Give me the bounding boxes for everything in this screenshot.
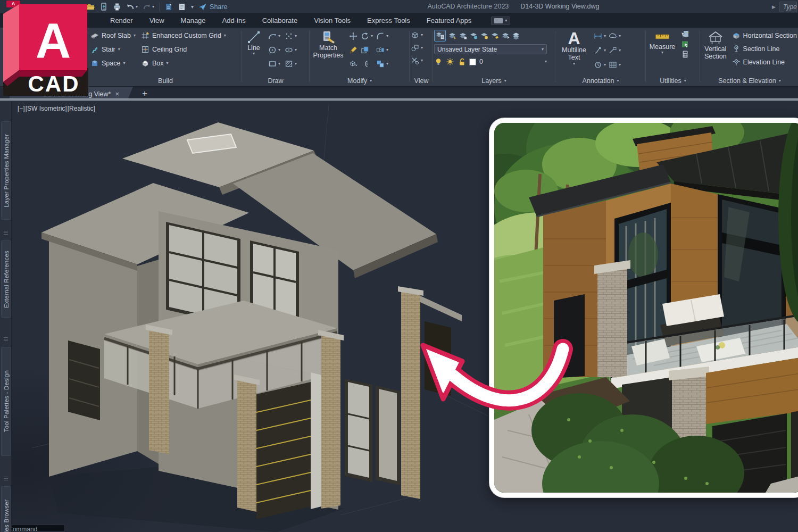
copy-button[interactable]	[361, 44, 373, 56]
tab-manage[interactable]: Manage	[181, 16, 206, 24]
stair-button[interactable]: Stair▾	[90, 43, 136, 56]
mirror-button[interactable]: ▾	[376, 44, 388, 56]
paste-special-icon[interactable]	[681, 30, 689, 38]
palette-grip[interactable]	[4, 337, 8, 343]
multileader-button[interactable]: ▾	[609, 44, 621, 57]
explode-button[interactable]	[349, 57, 358, 70]
layer-bulb-on-icon[interactable]	[434, 57, 443, 66]
layer-merge-icon[interactable]	[512, 31, 520, 40]
sidebar-tab-external-references[interactable]: External References	[1, 240, 11, 318]
layer-state-dropdown[interactable]: Unsaved Layer State▾	[434, 44, 547, 54]
layer-isolate-icon[interactable]	[459, 31, 467, 40]
hatch-button[interactable]: ▾	[285, 57, 297, 70]
section-line-button[interactable]: Section Line	[732, 42, 797, 55]
layer-unlock-icon[interactable]	[458, 57, 466, 66]
palette-grip[interactable]	[4, 231, 8, 236]
box-button[interactable]: Box▾	[141, 56, 226, 70]
layer-color-swatch[interactable]	[469, 59, 476, 65]
enhanced-custom-grid-button[interactable]: Enhanced Custom Grid▾	[141, 29, 226, 43]
layer-lock-fade-icon[interactable]	[491, 31, 499, 40]
revision-cloud-button[interactable]: ▾	[609, 30, 621, 43]
panel-utilities-caption[interactable]: Utilities	[660, 77, 681, 85]
tab-express-tools[interactable]: Express Tools	[367, 16, 410, 24]
search-input[interactable]: Type	[779, 2, 797, 12]
panel-section-caption[interactable]: Section & Elevation	[718, 77, 776, 85]
ellipse-button[interactable]: ▾	[285, 44, 297, 56]
tab-featured-apps[interactable]: Featured Apps	[427, 16, 472, 24]
drawing-viewport[interactable]: [−] [SW Isometric] [Realistic]	[0, 101, 798, 532]
palette-grip[interactable]	[4, 477, 8, 482]
layer-walk-icon[interactable]	[501, 31, 510, 40]
tab-render[interactable]: Render	[110, 16, 133, 24]
ceiling-grid-button[interactable]: Ceiling Grid	[141, 43, 226, 56]
close-tab-icon[interactable]: ×	[115, 90, 119, 98]
panel-view-caption[interactable]: View	[414, 77, 429, 85]
sheet-set-button[interactable]	[164, 3, 173, 11]
view-section-button[interactable]: ▾	[411, 54, 432, 67]
sidebar-tab-layer-properties-manager[interactable]: Layer Properties Manager	[1, 121, 11, 220]
view-cube-button[interactable]: ▾	[411, 29, 432, 41]
tab-vision-tools[interactable]: Vision Tools	[314, 16, 351, 24]
layer-freeze-icon[interactable]	[469, 31, 478, 40]
quick-calc-icon[interactable]	[681, 50, 689, 59]
ribbon-display-toggle[interactable]: ▾	[491, 16, 510, 25]
panel-annotation-caption[interactable]: Annotation	[583, 77, 614, 85]
offset-button[interactable]	[361, 57, 373, 70]
leader-button[interactable]: ▾	[594, 44, 606, 57]
layer-sun-icon[interactable]	[446, 57, 454, 66]
panel-build-caption[interactable]: Build	[158, 77, 173, 85]
layer-state-icon[interactable]	[448, 31, 456, 40]
panel-modify-caption[interactable]: Modify	[347, 77, 367, 85]
dimension-button[interactable]: ▾	[594, 30, 606, 43]
view-shapes-button[interactable]: ▾	[411, 41, 432, 54]
multiline-text-button[interactable]: AMultiline Text▾	[558, 29, 591, 71]
undo-button[interactable]: ▾	[126, 3, 138, 11]
elevation-line-button[interactable]: Elevation Line	[732, 55, 797, 69]
tab-collaborate[interactable]: Collaborate	[262, 16, 298, 24]
share-paper-plane-icon	[198, 3, 207, 11]
tab-add-ins[interactable]: Add-ins	[222, 16, 246, 24]
sidebar-tab-styles-browser[interactable]: Styles Browser	[1, 486, 11, 532]
panel-layers-caption[interactable]: Layers	[481, 77, 502, 85]
qat-customize-button[interactable]: ▾	[191, 4, 194, 10]
viewport-visual-style-control[interactable]: [Realistic]	[68, 105, 95, 112]
table-button[interactable]: ▾	[609, 59, 621, 71]
line-button[interactable]: Line▾	[244, 29, 264, 70]
print-button[interactable]	[113, 3, 121, 11]
dropdown-caret-icon: ▾	[253, 52, 255, 56]
panel-draw-caption[interactable]: Draw	[268, 77, 283, 85]
tab-view[interactable]: View	[149, 16, 164, 24]
vertical-section-button[interactable]: Vertical Section	[702, 29, 729, 69]
viewport-view-control[interactable]: [SW Isometric]	[26, 105, 67, 112]
circle-button[interactable]: ▾	[268, 44, 280, 56]
fillet-button[interactable]: ▾	[376, 30, 388, 43]
save-to-mobile-button[interactable]	[99, 3, 108, 11]
redo-button[interactable]: ▾	[143, 3, 154, 11]
sidebar-tab-tool-palettes-design[interactable]: Tool Palettes - Design	[1, 347, 11, 456]
layer-on-icon[interactable]	[480, 31, 488, 40]
plot-preview-button[interactable]	[178, 3, 186, 11]
match-properties-button[interactable]: Match Properties	[312, 29, 345, 70]
panel-build: Roof Slab▾ Stair▾ Space▾ Enhanced Custom…	[90, 29, 240, 85]
rotate-button[interactable]: ▾	[361, 30, 373, 43]
ellipse-icon	[285, 46, 293, 54]
new-tab-button[interactable]: +	[139, 88, 150, 99]
space-button[interactable]: Space▾	[90, 56, 136, 70]
tag-button[interactable]: ▾	[594, 59, 606, 71]
arc-button[interactable]: ▾	[268, 30, 280, 43]
quick-select-icon[interactable]	[681, 40, 689, 48]
horizontal-section-button[interactable]: Horizontal Section	[732, 29, 797, 42]
rectangle-button[interactable]: ▾	[268, 57, 280, 70]
dropdown-caret-icon: ▾	[545, 60, 547, 64]
share-button[interactable]: Share	[198, 3, 227, 11]
array-button[interactable]: ▾	[376, 57, 388, 70]
viewport-minimize-control[interactable]: [−]	[18, 105, 25, 112]
measure-button[interactable]: Measure▾	[648, 29, 677, 59]
move-button[interactable]	[349, 30, 358, 43]
layer-control[interactable]: 0 ▾	[434, 55, 547, 68]
point-button[interactable]: ▾	[285, 30, 297, 43]
layer-properties-button[interactable]	[434, 30, 446, 41]
expand-triangle-icon[interactable]: ▶	[772, 4, 776, 10]
erase-button[interactable]	[349, 44, 358, 56]
roof-slab-button[interactable]: Roof Slab▾	[90, 29, 136, 43]
